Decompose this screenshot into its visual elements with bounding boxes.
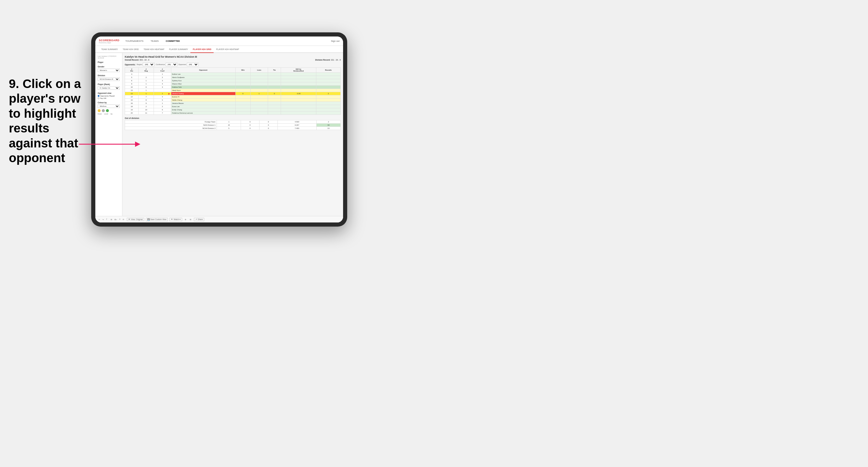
opponent-select[interactable]: (All) [187,63,198,66]
table-row[interactable]: 19106 Emily Chang [125,108,341,112]
table-row[interactable]: NAIA Division 1 15 0 0 9.267 30 [125,124,341,127]
col-loss: Loss [250,68,268,73]
col-tie: Tie [268,68,281,73]
annotation-text: 9. Click on a player's row to highlight … [9,76,83,165]
radio-top-100[interactable]: Top 100 [98,97,120,99]
toolbar-refresh-btn[interactable]: ⟳ [122,218,125,221]
player-section: Player [98,61,120,63]
gender-section: Gender Women's [98,66,120,72]
nav-items: TOURNAMENTS TEAMS COMMITTEE [124,36,331,46]
colour-label-level: Level [104,113,108,115]
main-content: Last Updated: 27/03/2024 16:55:28 Player… [95,53,343,222]
conference-label: Conference [156,64,165,65]
col-conf: #Conf [154,68,171,73]
player-label: Player [98,61,120,63]
opponent-filter-label: Opponent [179,64,186,65]
col-win: Win [236,68,250,73]
colour-section: Colour by Win/loss Down Level Up [98,101,120,115]
tablet-screen: SCOREBOARD Powered by clippd TOURNAMENTS… [95,36,343,222]
nav-committee[interactable]: COMMITTEE [164,36,181,46]
out-division-header: Out of division [125,117,341,119]
nav-bar: SCOREBOARD Powered by clippd TOURNAMENTS… [95,36,343,46]
table-row[interactable]: 613 Sydney Kuo [125,79,341,83]
colour-label: Colour by [98,101,120,103]
colour-dot-down [98,109,101,112]
tab-team-summary[interactable]: TEAM SUMMARY [99,46,120,53]
table-row[interactable]: 1691 Jessica Mason [125,102,341,105]
grid-table: #Div #Reg #Conf Opponent Win Loss Tie Di… [125,67,341,115]
table-row[interactable]: 1585 Stella Cheng [125,99,341,102]
logo-sub: Powered by clippd [99,42,120,43]
table-row[interactable]: 20117 Federica Domecq Lacroze [125,112,341,115]
toolbar-icon1[interactable]: ⊕ [184,218,187,221]
table-row[interactable]: NCAA Division 2 5 0 0 7.400 10 [125,127,341,130]
radio-group: Opponents Played Top 100 [98,95,120,99]
logo: SCOREBOARD Powered by clippd [99,39,120,43]
table-row[interactable]: 131 Heeji Hyun [125,89,341,92]
right-panel: Katelyn Vo Head-to-Head Grid for Women's… [122,53,343,222]
tab-player-h2h-heatmap[interactable]: PLAYER H2H HEATMAP [214,46,241,53]
table-row[interactable]: 1063 Andrea York [125,86,341,89]
radio-dot-selected [98,95,99,97]
player-rank-select[interactable]: 8. Katelyn Vo [98,86,120,90]
col-rounds: Rounds [316,68,340,73]
tab-team-h2h-heatmap[interactable]: TEAM H2H HEATMAP [141,46,167,53]
conference-select[interactable]: (All) [166,63,178,66]
opponent-filter: Opponent (All) [179,63,198,66]
toolbar-icon2[interactable]: ⊞ [189,218,192,221]
sign-out-button[interactable]: Sign out [331,40,340,42]
save-custom-view-button[interactable]: 💾 Save Custom View [146,218,168,221]
nav-tournaments[interactable]: TOURNAMENTS [124,36,145,46]
radio-opponents-played[interactable]: Opponents Played [98,95,120,97]
table-row[interactable]: Foreign Team 1 0 0 4.500 2 [125,120,341,124]
share-button[interactable]: ↗ Share [194,218,204,221]
last-updated: Last Updated: 27/03/2024 16:55:28 [98,55,120,59]
records-row: Overall Record: 353 - 34 - 6 Division Re… [125,59,341,61]
toolbar-tools-group: ⊞ ⊞+ ≡ ⟳ [122,218,125,221]
logo-text: SCOREBOARD [99,39,120,42]
division-select[interactable]: NCAA Division III [98,77,120,81]
table-row[interactable]: 914 Sharon Mun [125,83,341,86]
table-row[interactable]: 1474 Eunice Yi [125,95,341,99]
colour-label-up: Up [110,113,113,115]
division-record: Division Record: 331 - 34 - 6 [315,59,341,61]
colour-dot-up [106,109,109,112]
table-row-highlighted[interactable]: 1311 ▶ Jessica Huang 0 1 0 -3.00 2 [125,92,341,95]
tab-player-h2h-grid[interactable]: PLAYER H2H GRID [190,46,214,53]
bottom-toolbar: ↩ ↪ ⤴ ⊞ ⊞+ ≡ ⟳ 👁 View: Original 💾 Save C… [122,216,343,222]
col-opponent: Opponent [171,68,236,73]
player-rank-label: Player (Rank) [98,83,120,85]
tab-player-summary[interactable]: PLAYER SUMMARY [167,46,191,53]
region-select[interactable]: (All) [143,63,154,66]
opponents-filter-label: Opponents: [125,64,135,66]
table-row[interactable]: 31 Esther Lee [125,73,341,76]
gender-select[interactable]: Women's [98,68,120,72]
tab-team-h2h-grid[interactable]: TEAM H2H GRID [120,46,141,53]
tablet-frame: SCOREBOARD Powered by clippd TOURNAMENTS… [91,32,347,226]
watch-button[interactable]: 👁 Watch ▾ [169,218,182,221]
colour-select[interactable]: Win/loss [98,104,120,108]
filters-row: Opponents: Region (All) Conference (All) [125,63,341,66]
opponent-view-label: Opponent view [98,92,120,94]
region-filter: Region (All) [136,63,154,66]
division-label: Division [98,74,120,76]
overall-record: Overall Record: 353 - 34 - 6 [125,59,149,61]
colour-dot-level [102,109,105,112]
gender-label: Gender [98,66,120,68]
opponent-view-section: Opponent view Opponents Played Top 100 [98,92,120,99]
region-label: Region [136,64,142,65]
division-section: Division NCAA Division III [98,74,120,81]
out-division-table: Foreign Team 1 0 0 4.500 2 NAIA Division… [125,120,341,130]
colour-labels: Down Level Up [98,113,120,115]
table-row[interactable]: 522 Alexis Sudjianto [125,76,341,79]
sub-nav: TEAM SUMMARY TEAM H2H GRID TEAM H2H HEAT… [95,46,343,53]
conference-filter: Conference (All) [156,63,177,66]
view-original-button[interactable]: 👁 View: Original [127,218,144,221]
player-rank-section: Player (Rank) 8. Katelyn Vo [98,83,120,90]
left-panel: Last Updated: 27/03/2024 16:55:28 Player… [95,53,122,222]
colour-label-down: Down [98,113,102,115]
colour-dots [98,109,120,112]
annotation: 9. Click on a player's row to highlight … [9,76,83,165]
nav-teams[interactable]: TEAMS [150,36,160,46]
table-row[interactable]: 1822 Euna Lee [125,105,341,108]
